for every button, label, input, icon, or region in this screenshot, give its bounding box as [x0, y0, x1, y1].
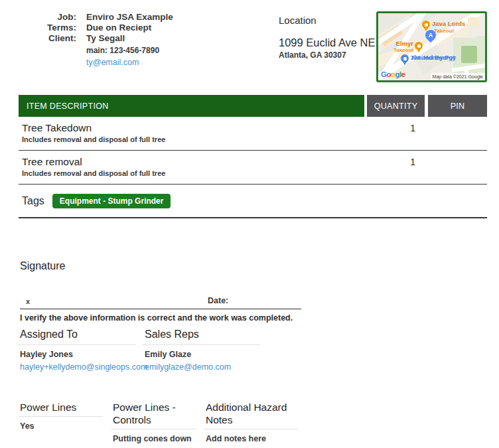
map-building [468, 17, 480, 26]
item-title: Tree Takedown [22, 122, 367, 134]
power-lines-title: Power Lines [19, 401, 103, 417]
assigned-to-email-link[interactable]: hayley+kellydemo@singleops.com [19, 362, 147, 372]
location-map-thumbnail[interactable]: Java Lords Takeout A Elmyr Takeout The H… [376, 11, 487, 82]
honeypot-poi-icon [401, 54, 409, 62]
signature-verify-text: I verify the above information is correc… [19, 313, 487, 323]
tag-badge: Equipment - Stump Grinder [52, 194, 171, 208]
hazards-section: Power Lines Yes Power Lines - Controls P… [19, 401, 306, 443]
column-header-item-description: ITEM DESCRIPTION [19, 95, 364, 117]
people-section: Assigned To Hayley Jones hayley+kellydem… [19, 329, 268, 372]
table-row: Tree Takedown Includes removal and dispo… [19, 117, 487, 151]
items-table-header: ITEM DESCRIPTION QUANTITY PIN [19, 95, 487, 117]
additional-hazard-notes-title: Additional Hazard Notes [204, 401, 297, 429]
sales-reps-column: Sales Reps Emily Glaze emilyglaze@demo.c… [143, 329, 260, 372]
assigned-to-column: Assigned To Hayley Jones hayley+kellydem… [19, 329, 135, 372]
poi-java-sublabel: Takeout [434, 28, 454, 34]
sales-rep-name: Emily Glaze [143, 350, 260, 359]
item-quantity: 1 [367, 156, 425, 177]
job-name: Enviro JSA Example [86, 12, 173, 23]
signature-x-label: x [26, 297, 30, 305]
poi-elmyr-sublabel: Takeout [390, 47, 413, 53]
client-label: Client: [19, 33, 76, 44]
job-label: Job: [19, 12, 76, 23]
job-info-block: Job: Enviro JSA Example Terms: Due on Re… [19, 12, 173, 68]
map-park-area [476, 36, 487, 53]
power-lines-column: Power Lines Yes [19, 401, 103, 443]
map-park-building [461, 46, 477, 63]
restaurant-poi-icon [415, 42, 423, 50]
google-logo: Google [381, 70, 405, 78]
items-table: ITEM DESCRIPTION QUANTITY PIN Tree Taked… [19, 95, 487, 185]
power-lines-value: Yes [19, 421, 103, 431]
tags-section: Tags Equipment - Stump Grinder [19, 194, 487, 218]
coffee-poi-icon [422, 21, 430, 29]
client-email-link[interactable]: ty@email.com [86, 57, 139, 68]
signature-title: Signature [19, 260, 487, 272]
item-quantity: 1 [367, 122, 425, 143]
marker-a-letter: A [425, 31, 436, 40]
power-lines-controls-column: Power Lines - Controls Putting cones dow… [111, 401, 196, 443]
poi-java-label: Java Lords [432, 21, 465, 27]
poi-elmyr-label: Elmyr [395, 40, 413, 47]
table-row: Tree removal Includes removal and dispos… [19, 151, 487, 185]
assigned-to-title: Assigned To [19, 329, 135, 345]
terms-value: Due on Reciept [86, 23, 173, 33]
column-header-pin: PIN [428, 95, 487, 117]
item-title: Tree removal [22, 156, 367, 168]
assigned-to-name: Hayley Jones [19, 350, 135, 359]
signature-line: x Date: [20, 293, 301, 309]
sales-reps-title: Sales Reps [143, 329, 260, 345]
additional-hazard-notes-value: Add notes here [204, 434, 297, 443]
client-phone: main: 123-456-7890 [86, 45, 173, 56]
column-header-quantity: QUANTITY [367, 95, 425, 117]
map-attribution: Map data ©2021 Google [431, 73, 485, 80]
additional-hazard-notes-column: Additional Hazard Notes Add notes here [204, 401, 297, 443]
item-pin [425, 156, 487, 177]
location-block: Location 1099 Euclid Ave NE Atlanta, GA … [279, 15, 376, 60]
item-description: Includes removal and disposal of full tr… [22, 169, 367, 177]
item-description: Includes removal and disposal of full tr… [22, 135, 367, 143]
work-order-document: Job: Enviro JSA Example Terms: Due on Re… [0, 0, 499, 448]
signature-date-label: Date: [208, 296, 228, 305]
location-title: Location [279, 15, 376, 26]
location-city: Atlanta, GA 30307 [279, 50, 376, 60]
tags-label: Tags [22, 195, 44, 207]
item-pin [425, 122, 487, 143]
terms-label: Terms: [19, 23, 76, 33]
client-name: Ty Segall [86, 33, 173, 44]
signature-section: Signature x Date: I verify the above inf… [19, 260, 487, 323]
power-lines-controls-value: Putting cones down [111, 434, 196, 443]
sales-rep-email-link[interactable]: emilyglaze@demo.com [143, 362, 231, 372]
power-lines-controls-title: Power Lines - Controls [111, 401, 196, 429]
location-address: 1099 Euclid Ave NE [279, 37, 376, 49]
